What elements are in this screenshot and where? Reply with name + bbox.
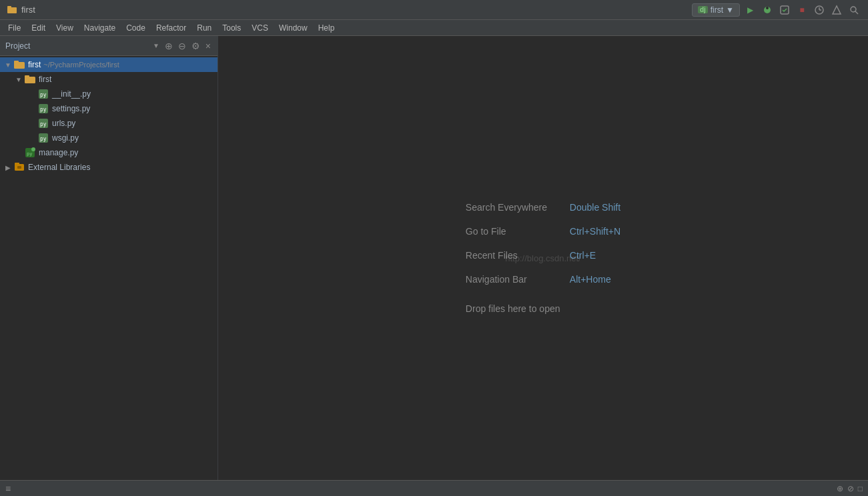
folder-icon-root xyxy=(13,59,25,71)
bottom-settings-icon[interactable]: ⊘ xyxy=(847,484,854,493)
nav-bar-shortcut: Alt+Home xyxy=(570,274,611,285)
menu-file[interactable]: File xyxy=(3,22,26,34)
run-config-chevron: ▼ xyxy=(726,5,734,15)
sidebar-dropdown-arrow[interactable]: ▼ xyxy=(153,42,159,49)
menu-vcs[interactable]: VCS xyxy=(246,22,274,34)
sidebar-header-title: Project xyxy=(5,41,149,51)
menu-navigate[interactable]: Navigate xyxy=(79,22,121,34)
welcome-content: Search Everywhere Double Shift Go to Fil… xyxy=(466,202,620,314)
tree-item-root-first[interactable]: ▼ first ~/PycharmProjects/first xyxy=(0,57,218,72)
tree-item-wsgi[interactable]: py wsgi.py xyxy=(0,131,218,145)
svg-rect-10 xyxy=(14,61,19,63)
svg-rect-25 xyxy=(15,163,19,165)
svg-text:py: py xyxy=(40,121,47,127)
title-bar-project-name: first xyxy=(21,5,35,15)
run-button[interactable]: ▶ xyxy=(743,3,757,17)
file-tree[interactable]: ▼ first ~/PycharmProjects/first ▼ first xyxy=(0,56,218,480)
svg-text:py: py xyxy=(27,151,32,157)
goto-file-label: Go to File xyxy=(466,226,559,237)
run-config-dropdown[interactable]: dj first ▼ xyxy=(692,3,740,17)
tree-path-root: ~/PycharmProjects/first xyxy=(43,61,119,69)
menu-help[interactable]: Help xyxy=(313,22,340,34)
svg-point-3 xyxy=(766,7,769,9)
sidebar: Project ▼ ⊕ ⊖ ⚙ × ▼ first ~/PycharmProje… xyxy=(0,36,218,480)
svg-text:py: py xyxy=(40,92,47,98)
svg-text:py: py xyxy=(40,136,47,142)
svg-text:py: py xyxy=(40,107,47,113)
py-icon-urls: py xyxy=(37,117,49,129)
menu-edit[interactable]: Edit xyxy=(26,22,51,34)
tree-label-init: __init__.py xyxy=(52,89,91,99)
svg-rect-12 xyxy=(25,75,29,78)
drop-files-text: Drop files here to open xyxy=(466,303,620,314)
menu-view[interactable]: View xyxy=(51,22,79,34)
tree-label-wsgi: wsgi.py xyxy=(52,133,79,143)
recent-files-shortcut: Ctrl+E xyxy=(570,250,596,261)
search-everywhere-shortcut: Double Shift xyxy=(570,202,620,213)
svg-point-7 xyxy=(851,7,856,12)
coverage-button[interactable] xyxy=(777,3,792,17)
tree-label-first-inner: first xyxy=(39,75,51,84)
welcome-row-goto-file: Go to File Ctrl+Shift+N xyxy=(466,226,620,237)
tree-label-settings: settings.py xyxy=(52,104,90,113)
menu-run[interactable]: Run xyxy=(191,22,217,34)
tree-arrow-ext: ▶ xyxy=(3,164,13,171)
bottom-left-icon[interactable]: ≡ xyxy=(5,483,11,494)
project-folder-icon xyxy=(7,5,17,15)
tree-arrow-root: ▼ xyxy=(3,61,13,69)
recent-files-label: Recent Files xyxy=(466,250,559,261)
welcome-row-nav-bar: Navigation Bar Alt+Home xyxy=(466,274,620,285)
run-config-label: first xyxy=(711,5,723,15)
sidebar-collapse-icon[interactable]: ⊖ xyxy=(177,41,187,51)
main-layout: Project ▼ ⊕ ⊖ ⚙ × ▼ first ~/PycharmProje… xyxy=(0,36,868,480)
search-everywhere-label: Search Everywhere xyxy=(466,202,559,213)
menu-tools[interactable]: Tools xyxy=(217,22,246,34)
sidebar-add-icon[interactable]: ⊕ xyxy=(163,41,174,51)
editor-area: http://blog.csdn.net/ Search Everywhere … xyxy=(218,36,868,480)
global-search-button[interactable] xyxy=(847,3,861,17)
sidebar-header-icons: ⊕ ⊖ ⚙ × xyxy=(163,41,212,51)
folder-icon-first-inner xyxy=(24,73,36,85)
profile-button[interactable] xyxy=(812,3,827,17)
welcome-row-recent-files: Recent Files Ctrl+E xyxy=(466,250,620,261)
bottom-layout-icon[interactable]: □ xyxy=(858,484,863,493)
tree-item-urls[interactable]: py urls.py xyxy=(0,116,218,131)
py-icon-settings: py xyxy=(37,103,49,115)
menu-bar: File Edit View Navigate Code Refactor Ru… xyxy=(0,20,868,36)
py-icon-wsgi: py xyxy=(37,132,49,144)
nav-bar-label: Navigation Bar xyxy=(466,274,559,285)
tree-label-root: first xyxy=(28,60,41,69)
goto-file-shortcut: Ctrl+Shift+N xyxy=(570,226,620,237)
svg-line-8 xyxy=(855,11,858,14)
svg-rect-26 xyxy=(17,166,21,169)
welcome-row-search: Search Everywhere Double Shift xyxy=(466,202,620,213)
ext-libs-icon xyxy=(13,161,25,173)
bottom-bar: ≡ ⊕ ⊘ □ xyxy=(0,480,868,496)
tree-item-first-inner[interactable]: ▼ first xyxy=(0,72,218,87)
tree-item-settings[interactable]: py settings.py xyxy=(0,101,218,116)
svg-marker-6 xyxy=(833,6,841,14)
tree-label-ext-libs: External Libraries xyxy=(28,163,90,172)
build-button[interactable] xyxy=(829,3,844,17)
menu-window[interactable]: Window xyxy=(274,22,313,34)
tree-label-manage: manage.py xyxy=(39,148,78,157)
manage-icon: py xyxy=(24,147,36,159)
py-icon-init: py xyxy=(37,88,49,100)
sidebar-close-icon[interactable]: × xyxy=(204,41,212,51)
tree-item-init[interactable]: py __init__.py xyxy=(0,87,218,101)
sidebar-settings-icon[interactable]: ⚙ xyxy=(190,41,201,51)
stop-button[interactable]: ■ xyxy=(795,3,809,17)
svg-rect-0 xyxy=(7,7,17,13)
menu-refactor[interactable]: Refactor xyxy=(151,22,191,34)
sidebar-header: Project ▼ ⊕ ⊖ ⚙ × xyxy=(0,36,218,56)
debug-button[interactable] xyxy=(760,3,775,17)
title-bar: first dj first ▼ ▶ ■ xyxy=(0,0,868,20)
bottom-add-icon[interactable]: ⊕ xyxy=(837,484,843,493)
menu-code[interactable]: Code xyxy=(121,22,151,34)
tree-label-urls: urls.py xyxy=(52,119,75,128)
tree-item-ext-libs[interactable]: ▶ External Libraries xyxy=(0,160,218,175)
tree-arrow-first-inner: ▼ xyxy=(13,76,24,83)
tree-item-manage[interactable]: py manage.py xyxy=(0,145,218,160)
bottom-bar-right: ⊕ ⊘ □ xyxy=(837,484,863,493)
dj-badge: dj xyxy=(698,6,708,13)
